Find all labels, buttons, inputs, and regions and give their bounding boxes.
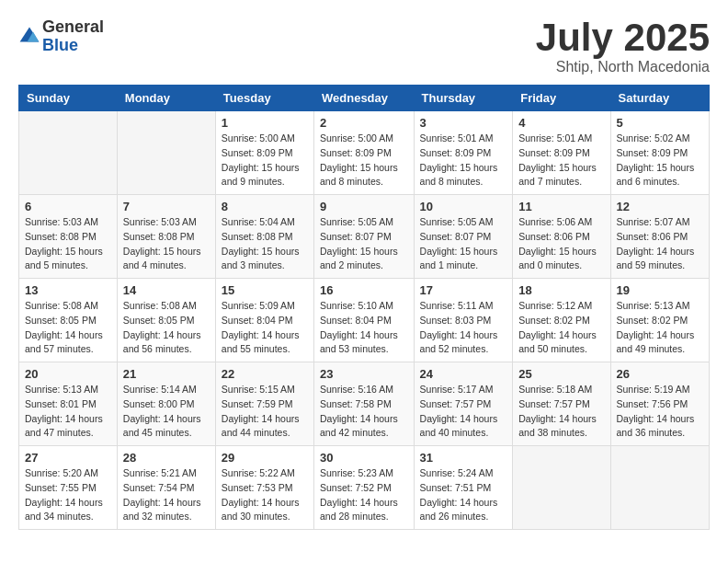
day-number: 10	[420, 200, 507, 213]
day-number: 3	[420, 116, 507, 130]
day-info: Sunrise: 5:02 AMSunset: 8:09 PMDaylight:…	[617, 132, 703, 190]
day-number: 21	[123, 367, 210, 381]
day-info: Sunrise: 5:04 AMSunset: 8:08 PMDaylight:…	[222, 215, 308, 273]
week-row-5: 27Sunrise: 5:20 AMSunset: 7:55 PMDayligh…	[19, 446, 710, 530]
calendar-header: SundayMondayTuesdayWednesdayThursdayFrid…	[19, 86, 710, 111]
calendar-cell: 19Sunrise: 5:13 AMSunset: 8:02 PMDayligh…	[610, 279, 709, 362]
day-header-friday: Friday	[513, 86, 610, 111]
day-number: 15	[222, 283, 308, 297]
calendar-cell: 20Sunrise: 5:13 AMSunset: 8:01 PMDayligh…	[19, 362, 118, 446]
day-info: Sunrise: 5:07 AMSunset: 8:06 PMDaylight:…	[617, 215, 703, 273]
day-number: 2	[320, 116, 408, 130]
day-info: Sunrise: 5:23 AMSunset: 7:52 PMDaylight:…	[320, 466, 408, 524]
day-number: 11	[518, 200, 604, 213]
day-info: Sunrise: 5:08 AMSunset: 8:05 PMDaylight:…	[25, 299, 111, 357]
calendar-cell	[513, 446, 610, 530]
calendar-cell: 16Sunrise: 5:10 AMSunset: 8:04 PMDayligh…	[314, 279, 415, 362]
calendar-cell: 2Sunrise: 5:00 AMSunset: 8:09 PMDaylight…	[314, 111, 415, 195]
calendar-cell: 3Sunrise: 5:01 AMSunset: 8:09 PMDaylight…	[414, 111, 513, 195]
calendar-cell: 27Sunrise: 5:20 AMSunset: 7:55 PMDayligh…	[19, 446, 118, 530]
day-info: Sunrise: 5:13 AMSunset: 8:02 PMDaylight:…	[617, 299, 703, 357]
day-header-sunday: Sunday	[19, 86, 118, 111]
calendar-cell: 1Sunrise: 5:00 AMSunset: 8:09 PMDaylight…	[215, 111, 313, 195]
calendar-cell: 26Sunrise: 5:19 AMSunset: 7:56 PMDayligh…	[610, 362, 709, 446]
day-number: 12	[617, 200, 703, 213]
day-number: 19	[617, 283, 703, 297]
day-number: 31	[420, 451, 507, 465]
day-info: Sunrise: 5:03 AMSunset: 8:08 PMDaylight:…	[123, 215, 210, 273]
day-number: 30	[320, 451, 408, 465]
calendar-cell	[117, 111, 215, 195]
day-number: 9	[320, 200, 408, 213]
day-info: Sunrise: 5:14 AMSunset: 8:00 PMDaylight:…	[123, 383, 210, 441]
calendar-body: 1Sunrise: 5:00 AMSunset: 8:09 PMDaylight…	[19, 111, 710, 530]
title-section: July 2025 Shtip, North Macedonia	[536, 18, 710, 75]
day-info: Sunrise: 5:05 AMSunset: 8:07 PMDaylight:…	[320, 215, 408, 273]
calendar-cell: 17Sunrise: 5:11 AMSunset: 8:03 PMDayligh…	[414, 279, 513, 362]
day-info: Sunrise: 5:12 AMSunset: 8:02 PMDaylight:…	[518, 299, 604, 357]
day-number: 14	[123, 283, 210, 297]
calendar-cell: 18Sunrise: 5:12 AMSunset: 8:02 PMDayligh…	[513, 279, 610, 362]
month-title: July 2025	[536, 18, 710, 57]
day-number: 1	[222, 116, 308, 130]
calendar-cell: 9Sunrise: 5:05 AMSunset: 8:07 PMDaylight…	[314, 195, 415, 279]
header-row: SundayMondayTuesdayWednesdayThursdayFrid…	[19, 86, 710, 111]
logo: General Blue	[18, 18, 104, 55]
day-number: 25	[518, 367, 604, 381]
week-row-4: 20Sunrise: 5:13 AMSunset: 8:01 PMDayligh…	[19, 362, 710, 446]
week-row-2: 6Sunrise: 5:03 AMSunset: 8:08 PMDaylight…	[19, 195, 710, 279]
day-number: 5	[617, 116, 703, 130]
day-header-thursday: Thursday	[414, 86, 513, 111]
calendar-cell: 29Sunrise: 5:22 AMSunset: 7:53 PMDayligh…	[215, 446, 313, 530]
calendar-cell: 23Sunrise: 5:16 AMSunset: 7:58 PMDayligh…	[314, 362, 415, 446]
day-info: Sunrise: 5:17 AMSunset: 7:57 PMDaylight:…	[420, 383, 507, 441]
calendar-cell: 25Sunrise: 5:18 AMSunset: 7:57 PMDayligh…	[513, 362, 610, 446]
day-info: Sunrise: 5:10 AMSunset: 8:04 PMDaylight:…	[320, 299, 408, 357]
day-info: Sunrise: 5:01 AMSunset: 8:09 PMDaylight:…	[518, 132, 604, 190]
calendar-cell: 24Sunrise: 5:17 AMSunset: 7:57 PMDayligh…	[414, 362, 513, 446]
calendar-cell: 14Sunrise: 5:08 AMSunset: 8:05 PMDayligh…	[117, 279, 215, 362]
day-info: Sunrise: 5:18 AMSunset: 7:57 PMDaylight:…	[518, 383, 604, 441]
calendar-cell: 31Sunrise: 5:24 AMSunset: 7:51 PMDayligh…	[414, 446, 513, 530]
day-info: Sunrise: 5:24 AMSunset: 7:51 PMDaylight:…	[420, 466, 507, 524]
day-info: Sunrise: 5:09 AMSunset: 8:04 PMDaylight:…	[222, 299, 308, 357]
day-info: Sunrise: 5:00 AMSunset: 8:09 PMDaylight:…	[222, 132, 308, 190]
day-number: 22	[222, 367, 308, 381]
week-row-3: 13Sunrise: 5:08 AMSunset: 8:05 PMDayligh…	[19, 279, 710, 362]
day-info: Sunrise: 5:13 AMSunset: 8:01 PMDaylight:…	[25, 383, 111, 441]
day-info: Sunrise: 5:01 AMSunset: 8:09 PMDaylight:…	[420, 132, 507, 190]
page-header: General Blue July 2025 Shtip, North Mace…	[18, 18, 710, 75]
day-info: Sunrise: 5:03 AMSunset: 8:08 PMDaylight:…	[25, 215, 111, 273]
location: Shtip, North Macedonia	[536, 59, 710, 75]
day-info: Sunrise: 5:00 AMSunset: 8:09 PMDaylight:…	[320, 132, 408, 190]
day-number: 17	[420, 283, 507, 297]
day-info: Sunrise: 5:05 AMSunset: 8:07 PMDaylight:…	[420, 215, 507, 273]
day-info: Sunrise: 5:16 AMSunset: 7:58 PMDaylight:…	[320, 383, 408, 441]
logo-text: General Blue	[42, 18, 104, 55]
day-header-monday: Monday	[117, 86, 215, 111]
day-info: Sunrise: 5:22 AMSunset: 7:53 PMDaylight:…	[222, 466, 308, 524]
calendar: SundayMondayTuesdayWednesdayThursdayFrid…	[18, 85, 710, 530]
calendar-cell: 21Sunrise: 5:14 AMSunset: 8:00 PMDayligh…	[117, 362, 215, 446]
calendar-cell: 13Sunrise: 5:08 AMSunset: 8:05 PMDayligh…	[19, 279, 118, 362]
calendar-cell: 6Sunrise: 5:03 AMSunset: 8:08 PMDaylight…	[19, 195, 118, 279]
calendar-cell: 10Sunrise: 5:05 AMSunset: 8:07 PMDayligh…	[414, 195, 513, 279]
logo-icon	[18, 26, 40, 48]
day-number: 13	[25, 283, 111, 297]
calendar-cell: 22Sunrise: 5:15 AMSunset: 7:59 PMDayligh…	[215, 362, 313, 446]
day-number: 28	[123, 451, 210, 465]
day-number: 6	[25, 200, 111, 213]
week-row-1: 1Sunrise: 5:00 AMSunset: 8:09 PMDaylight…	[19, 111, 710, 195]
calendar-cell: 5Sunrise: 5:02 AMSunset: 8:09 PMDaylight…	[610, 111, 709, 195]
day-info: Sunrise: 5:11 AMSunset: 8:03 PMDaylight:…	[420, 299, 507, 357]
calendar-cell: 4Sunrise: 5:01 AMSunset: 8:09 PMDaylight…	[513, 111, 610, 195]
calendar-cell: 11Sunrise: 5:06 AMSunset: 8:06 PMDayligh…	[513, 195, 610, 279]
day-header-wednesday: Wednesday	[314, 86, 415, 111]
day-number: 4	[518, 116, 604, 130]
day-info: Sunrise: 5:06 AMSunset: 8:06 PMDaylight:…	[518, 215, 604, 273]
day-number: 16	[320, 283, 408, 297]
day-number: 8	[222, 200, 308, 213]
day-number: 24	[420, 367, 507, 381]
day-number: 7	[123, 200, 210, 213]
day-info: Sunrise: 5:15 AMSunset: 7:59 PMDaylight:…	[222, 383, 308, 441]
